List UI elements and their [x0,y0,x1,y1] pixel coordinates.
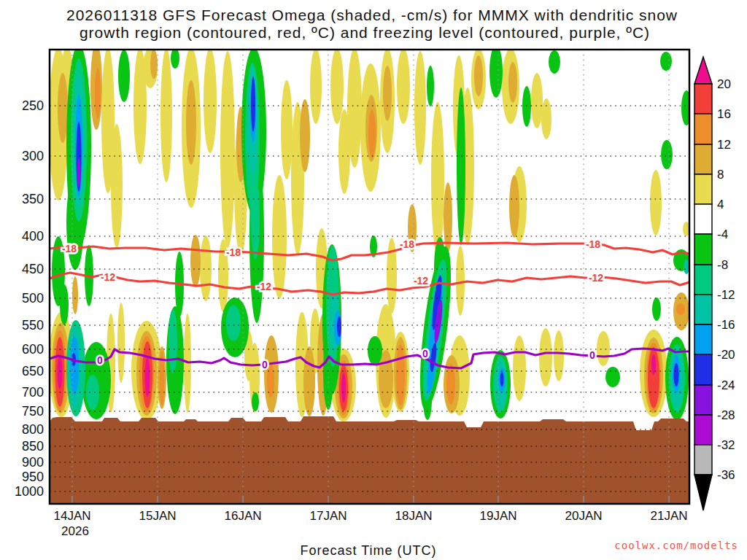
y-tick-label: 400 [22,229,44,244]
y-tick-label: 950 [22,470,44,484]
contour-label-minus12: -12 [101,271,115,283]
chart-title-line2: growth region (contoured, red, ºC) and f… [80,24,650,41]
colorbar-arrow-top [694,57,712,84]
y-tick-label: 850 [22,439,44,454]
colorbar-label: 4 [717,198,724,211]
contour-label-zero: 0 [97,354,103,366]
colorbar-label: -24 [717,378,735,392]
colorbar-swatch [694,234,712,265]
chart-title-line1: 2026011318 GFS Forecast Omega (shaded, -… [66,7,678,23]
colorbar-swatch [694,445,712,475]
contour-label-zero: 0 [589,349,595,361]
y-axis-labels: 250 300 350 400 450 500 550 600 650 700 … [15,98,44,499]
colorbar-swatch [694,415,712,445]
x-tick-label: 18JAN [395,509,432,523]
y-tick-label: 250 [22,98,44,113]
y-tick-label: 1000 [15,484,44,499]
contour-label-minus18: -18 [586,238,600,250]
terrain-fill [50,416,689,503]
colorbar-label: 20 [717,77,731,91]
colorbar-label: 8 [717,168,724,182]
colorbar-swatch [694,144,712,174]
y-tick-label: 700 [22,385,44,400]
contour-label-minus18: -18 [400,238,414,250]
y-tick-label: 550 [22,318,44,332]
contour-label-minus12: -12 [414,275,428,287]
y-tick-label: 750 [22,404,44,419]
colorbar-label: 12 [717,138,731,152]
x-tick-label: 19JAN [479,509,516,523]
colorbar-swatch [694,114,712,144]
forecast-chart: 2026011318 GFS Forecast Omega (shaded, -… [0,0,747,560]
forecast-chart-page: 2026011318 GFS Forecast Omega (shaded, -… [0,0,747,560]
colorbar-label: 16 [717,107,731,121]
contour-label-minus18: -18 [226,246,241,258]
y-tick-label: 900 [22,455,44,470]
y-tick-label: 450 [22,262,44,276]
colorbar-swatch [694,204,712,234]
colorbar-swatch [694,385,712,415]
colorbar-label: -20 [717,348,735,362]
colorbar-label: -28 [717,408,735,422]
contour-label-zero: 0 [262,359,268,370]
y-tick-label: 600 [22,342,44,357]
colorbar-swatch [694,354,712,385]
x-tick-label: 21JAN [650,509,687,523]
x-tick-label: 14JAN [53,509,90,523]
colorbar: 20 16 12 8 4 -4 -8 -12 -16 -20 -24 -28 -… [694,57,735,510]
contour-label-zero: 0 [422,348,428,359]
colorbar-label: -12 [717,288,735,302]
y-tick-label: 800 [22,422,44,437]
colorbar-swatch [694,84,712,114]
y-tick-label: 350 [22,192,44,206]
x-axis-labels: 14JAN 15JAN 16JAN 17JAN 18JAN 19JAN 20JA… [53,509,687,538]
x-axis-title: Forecast Time (UTC) [300,543,436,558]
colorbar-labels: 20 16 12 8 4 -4 -8 -12 -16 -20 -24 -28 -… [717,77,735,482]
colorbar-swatch [694,174,712,204]
y-tick-label: 300 [22,149,44,163]
watermark: coolwx.com/modelts [614,540,738,551]
contour-label-minus12: -12 [589,272,603,284]
x-tick-label: 16JAN [224,509,261,523]
contour-label-minus12: -12 [257,281,271,292]
colorbar-label: -36 [717,468,735,482]
y-tick-label: 650 [22,364,44,378]
y-tick-label: 500 [22,291,44,306]
colorbar-arrow-bottom [694,475,712,510]
colorbar-swatch [694,324,712,354]
x-tick-label: 20JAN [565,509,602,523]
x-tick-label: 15JAN [139,509,176,523]
colorbar-label: -4 [717,228,728,241]
colorbar-swatch [694,295,712,324]
plot-area: -18 -18 -18 -18 -12 -12 -12 -12 0 0 0 0 [49,42,692,504]
contour-label-minus18: -18 [62,243,77,254]
x-tick-label: 17JAN [309,509,347,523]
year-label: 2026 [61,524,89,538]
colorbar-label: -16 [717,318,735,332]
colorbar-label: -32 [717,438,735,452]
colorbar-swatch [694,265,712,295]
colorbar-label: -8 [717,258,728,272]
